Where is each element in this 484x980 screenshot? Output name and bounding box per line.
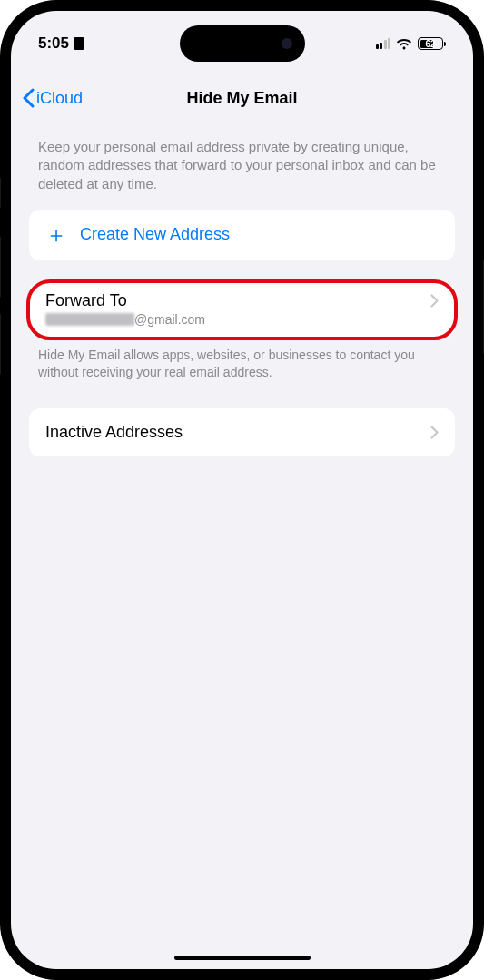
- plus-icon: ＋: [45, 224, 67, 246]
- create-label: Create New Address: [80, 225, 230, 244]
- content-area: iCloud Hide My Email Keep your personal …: [11, 11, 473, 969]
- forward-footer-text: Hide My Email allows apps, websites, or …: [11, 338, 473, 381]
- email-domain: @gmail.com: [134, 312, 205, 327]
- wifi-icon: [396, 38, 412, 50]
- screen: 5:05 62: [11, 11, 473, 969]
- status-left: 5:05: [38, 34, 84, 53]
- battery-indicator: 62: [418, 37, 446, 50]
- intro-description: Keep your personal email address private…: [11, 120, 473, 210]
- chevron-right-icon: [430, 426, 439, 439]
- inactive-addresses-button[interactable]: Inactive Addresses: [29, 408, 455, 456]
- cellular-signal-icon: [376, 38, 391, 49]
- forward-email-value: @gmail.com: [45, 312, 439, 327]
- inactive-group: Inactive Addresses: [29, 408, 455, 456]
- redacted-email-prefix: [45, 313, 134, 326]
- back-button[interactable]: iCloud: [22, 88, 83, 108]
- status-right: 62: [376, 37, 447, 50]
- forward-to-title: Forward To: [45, 291, 127, 310]
- forward-to-group: Forward To @gmail.com: [29, 282, 455, 338]
- volume-up-button: [0, 236, 1, 298]
- contact-card-icon: [74, 37, 84, 50]
- battery-percent: 62: [425, 39, 435, 49]
- home-indicator[interactable]: [174, 956, 311, 960]
- status-time: 5:05: [38, 34, 69, 53]
- forward-to-button[interactable]: Forward To @gmail.com: [29, 282, 455, 338]
- navigation-header: iCloud Hide My Email: [11, 76, 473, 120]
- dynamic-island: [180, 25, 305, 62]
- mute-switch: [0, 177, 1, 209]
- create-group: ＋ Create New Address: [29, 210, 455, 260]
- volume-down-button: [0, 313, 1, 375]
- create-new-address-button[interactable]: ＋ Create New Address: [29, 210, 455, 260]
- back-label: iCloud: [36, 89, 83, 108]
- chevron-left-icon: [22, 88, 35, 108]
- chevron-right-icon: [430, 294, 439, 308]
- phone-frame: 5:05 62: [0, 0, 484, 980]
- inactive-label: Inactive Addresses: [45, 423, 183, 442]
